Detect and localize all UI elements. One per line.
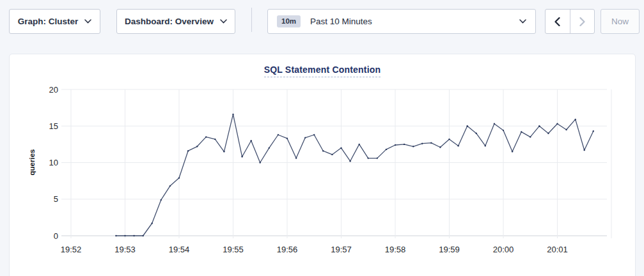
y-tick-label: 15 xyxy=(49,121,58,131)
x-tick-label: 20:00 xyxy=(493,245,514,254)
data-point-marker xyxy=(278,134,279,135)
dashboard-dropdown-label: Dashboard: Overview xyxy=(125,17,214,26)
y-tick-label: 5 xyxy=(54,194,58,204)
data-point-marker xyxy=(232,114,233,115)
data-point-marker xyxy=(269,147,270,148)
x-tick-label: 19:55 xyxy=(223,245,244,254)
data-point-marker xyxy=(115,235,116,236)
data-point-marker xyxy=(178,177,180,178)
chart-panel: SQL Statement Contention queries 0510152… xyxy=(9,54,636,276)
data-point-marker xyxy=(404,144,405,145)
y-tick-label: 0 xyxy=(54,231,58,241)
data-point-marker xyxy=(223,151,224,152)
data-point-marker xyxy=(143,235,144,236)
data-point-marker xyxy=(412,146,414,147)
time-range-label: Past 10 Minutes xyxy=(310,17,519,26)
data-point-marker xyxy=(152,222,153,224)
dashboard-dropdown[interactable]: Dashboard: Overview xyxy=(116,9,235,34)
data-point-marker xyxy=(565,129,567,130)
graph-dropdown-label: Graph: Cluster xyxy=(18,17,79,26)
time-range-selector[interactable]: 10m Past 10 Minutes xyxy=(267,9,536,34)
x-tick-label: 19:58 xyxy=(385,245,406,254)
next-window-button[interactable] xyxy=(570,10,595,33)
data-point-marker xyxy=(124,235,125,236)
data-point-marker xyxy=(295,157,297,158)
data-point-marker xyxy=(503,130,504,131)
y-tick-label: 20 xyxy=(49,85,58,95)
data-point-marker xyxy=(395,144,396,146)
data-point-marker xyxy=(476,133,477,134)
data-point-marker xyxy=(359,144,360,145)
data-point-marker xyxy=(322,150,324,151)
chevron-down-icon xyxy=(84,19,91,24)
data-point-marker xyxy=(368,157,369,158)
data-point-marker xyxy=(349,160,350,162)
data-point-marker xyxy=(187,150,189,151)
data-point-marker xyxy=(457,145,459,146)
toolbar-divider xyxy=(251,8,252,32)
y-axis-label: queries xyxy=(28,150,36,176)
data-point-marker xyxy=(304,137,306,138)
data-point-marker xyxy=(521,131,522,132)
chevron-left-icon xyxy=(554,17,560,26)
data-point-marker xyxy=(205,136,207,137)
x-tick-label: 19:56 xyxy=(277,245,298,254)
x-tick-label: 19:53 xyxy=(114,245,136,254)
data-point-marker xyxy=(530,136,531,137)
x-tick-label: 19:59 xyxy=(439,245,460,254)
data-point-marker xyxy=(287,138,288,139)
chevron-right-icon xyxy=(579,17,585,26)
chevron-down-icon xyxy=(220,19,227,24)
prev-window-button[interactable] xyxy=(546,10,570,33)
data-point-marker xyxy=(386,149,387,150)
data-point-marker xyxy=(430,142,432,143)
y-tick-label: 10 xyxy=(49,158,58,167)
data-point-marker xyxy=(251,140,252,141)
data-point-marker xyxy=(214,139,216,140)
x-tick-label: 19:52 xyxy=(61,245,82,254)
time-range-badge: 10m xyxy=(277,15,301,28)
now-button[interactable]: Now xyxy=(601,9,640,34)
contention-chart[interactable]: queries 0510152019:5219:5319:5419:5519:5… xyxy=(10,54,636,265)
data-point-marker xyxy=(467,125,468,126)
data-point-marker xyxy=(448,139,450,140)
data-point-marker xyxy=(485,145,486,146)
data-point-marker xyxy=(494,123,495,125)
data-point-marker xyxy=(584,150,585,151)
time-window-nav xyxy=(545,9,595,34)
data-point-marker xyxy=(421,143,423,144)
data-point-marker xyxy=(340,147,342,148)
x-tick-label: 20:01 xyxy=(547,245,568,254)
data-point-marker xyxy=(313,134,315,135)
data-point-marker xyxy=(161,199,162,201)
data-point-marker xyxy=(538,125,540,126)
data-point-marker xyxy=(593,130,594,132)
data-point-marker xyxy=(169,185,171,187)
data-point-marker xyxy=(547,133,549,134)
chevron-down-icon xyxy=(519,19,526,24)
data-point-marker xyxy=(133,235,134,236)
data-point-marker xyxy=(331,154,333,155)
data-point-marker xyxy=(377,157,378,158)
x-tick-label: 19:57 xyxy=(331,245,352,254)
data-point-marker xyxy=(241,156,242,157)
data-point-marker xyxy=(196,146,198,147)
x-tick-label: 19:54 xyxy=(169,245,190,254)
data-point-marker xyxy=(512,151,513,152)
data-point-marker xyxy=(575,119,576,120)
now-button-label: Now xyxy=(611,17,629,26)
graph-dropdown[interactable]: Graph: Cluster xyxy=(9,9,100,34)
data-point-marker xyxy=(556,123,558,125)
data-point-marker xyxy=(439,146,441,148)
data-point-marker xyxy=(260,162,261,163)
